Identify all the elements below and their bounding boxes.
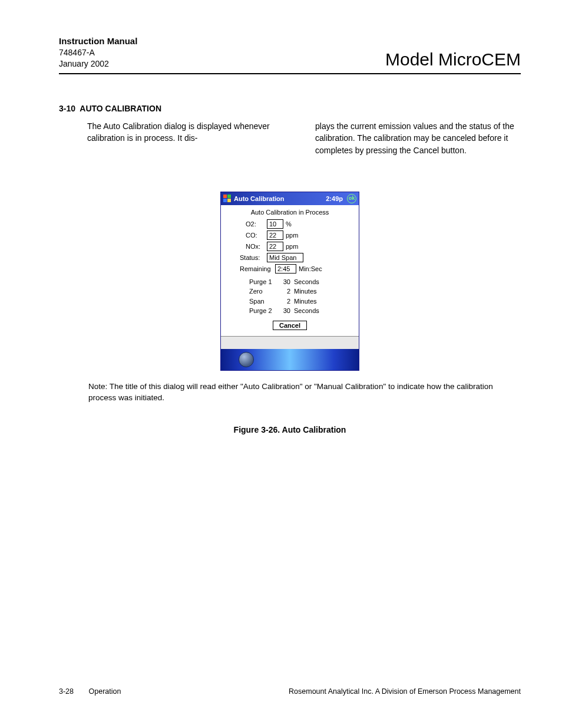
doc-date: January 2002 — [59, 58, 137, 70]
step-name: Purge 2 — [249, 306, 279, 316]
model-title: Model MicroCEM — [385, 50, 521, 70]
o2-unit: % — [286, 220, 292, 228]
process-message: Auto Calibration in Process — [226, 209, 354, 216]
document-page: Instruction Manual 748467-A January 2002… — [0, 0, 562, 728]
section-title: AUTO CALIBRATION — [80, 104, 161, 113]
step-value: 30 — [279, 306, 294, 316]
step-name: Purge 1 — [249, 277, 279, 287]
cancel-button-wrap: Cancel — [226, 321, 354, 330]
header-left-block: Instruction Manual 748467-A January 2002 — [59, 35, 137, 70]
footer-left: 3-28 Operation — [59, 687, 121, 696]
remaining-label: Remaining — [240, 265, 273, 272]
cancel-button[interactable]: Cancel — [273, 321, 307, 330]
calibration-steps-table: Purge 1 30 Seconds Zero 2 Minutes Span 2… — [249, 277, 354, 316]
page-header: Instruction Manual 748467-A January 2002… — [59, 35, 521, 74]
pda-body: Auto Calibration in Process O2: 10 % CO:… — [221, 205, 359, 336]
remaining-input[interactable]: 2:45 — [275, 264, 296, 274]
nox-label: NOx: — [246, 243, 265, 250]
step-unit: Seconds — [294, 306, 329, 316]
o2-row: O2: 10 % — [226, 219, 354, 229]
topbar-title: Auto Calibration — [234, 195, 323, 202]
status-input[interactable]: Mid Span — [267, 253, 303, 262]
step-name: Span — [249, 297, 279, 307]
co-row: CO: 22 ppm — [226, 230, 354, 240]
table-row: Zero 2 Minutes — [249, 286, 354, 297]
status-label: Status: — [240, 254, 265, 261]
start-orb-icon[interactable] — [239, 352, 254, 367]
body-col-left: The Auto Calibration dialog is displayed… — [59, 120, 293, 156]
status-row: Status: Mid Span — [226, 253, 354, 262]
body-columns: The Auto Calibration dialog is displayed… — [59, 120, 521, 156]
figure-note: Note: The title of this dialog will read… — [59, 381, 521, 404]
nox-row: NOx: 22 ppm — [226, 242, 354, 251]
footer-page-number: 3-28 — [59, 687, 74, 696]
svg-rect-1 — [227, 195, 231, 198]
table-row: Purge 2 30 Seconds — [249, 306, 354, 316]
co-label: CO: — [246, 232, 265, 239]
svg-rect-0 — [223, 195, 227, 198]
page-footer: 3-28 Operation Rosemount Analytical Inc.… — [59, 687, 521, 696]
step-value: 2 — [279, 297, 294, 307]
svg-rect-3 — [227, 199, 231, 202]
pda-topbar: Auto Calibration 2:49p ok — [221, 192, 359, 205]
remaining-row: Remaining 2:45 Min:Sec — [226, 264, 354, 274]
topbar-time: 2:49p — [326, 195, 343, 202]
remaining-unit: Min:Sec — [299, 265, 322, 272]
figure-caption: Figure 3-26. Auto Calibration — [234, 425, 346, 434]
section-heading: 3-10 AUTO CALIBRATION — [59, 104, 521, 113]
step-value: 2 — [279, 286, 294, 297]
o2-input[interactable]: 10 — [267, 219, 283, 229]
nox-unit: ppm — [286, 243, 298, 250]
pda-taskbar — [221, 349, 359, 370]
footer-company: Rosemount Analytical Inc. A Division of … — [289, 687, 521, 696]
o2-label: O2: — [246, 220, 265, 228]
step-name: Zero — [249, 286, 279, 297]
step-unit: Seconds — [294, 277, 329, 287]
table-row: Span 2 Minutes — [249, 297, 354, 307]
co-unit: ppm — [286, 232, 298, 239]
step-unit: Minutes — [294, 297, 329, 307]
svg-rect-2 — [223, 199, 227, 202]
step-unit: Minutes — [294, 286, 329, 297]
figure-wrap: Auto Calibration 2:49p ok Auto Calibrati… — [59, 192, 521, 434]
pda-device: Auto Calibration 2:49p ok Auto Calibrati… — [220, 192, 359, 371]
co-input[interactable]: 22 — [267, 230, 283, 240]
windows-start-icon[interactable] — [223, 195, 232, 203]
ok-button[interactable]: ok — [347, 194, 356, 203]
nox-input[interactable]: 22 — [267, 242, 283, 251]
body-col-right: plays the current emission values and th… — [315, 120, 521, 156]
pda-toolbar-strip — [221, 336, 359, 349]
section-number: 3-10 — [59, 104, 75, 113]
step-value: 30 — [279, 277, 294, 287]
manual-title: Instruction Manual — [59, 35, 137, 47]
table-row: Purge 1 30 Seconds — [249, 277, 354, 287]
footer-chapter: Operation — [89, 687, 121, 696]
doc-number: 748467-A — [59, 47, 137, 58]
